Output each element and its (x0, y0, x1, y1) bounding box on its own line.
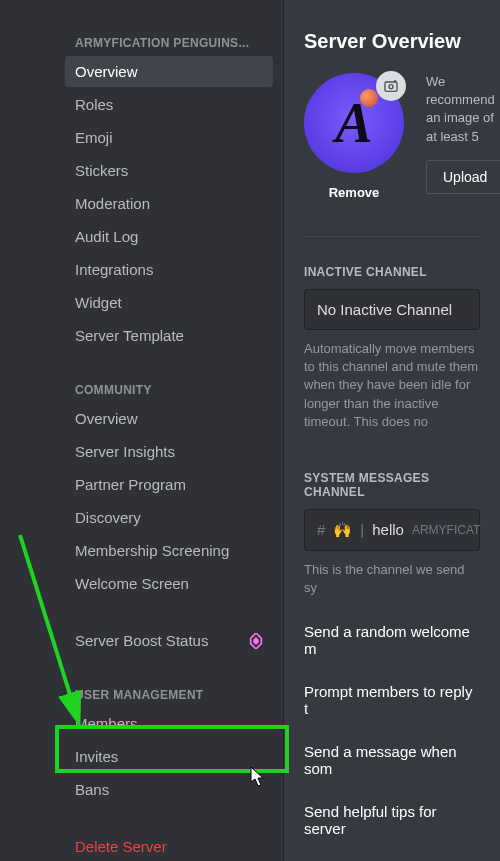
sidebar-item-emoji[interactable]: Emoji (65, 122, 273, 153)
sidebar-item-label: Discovery (75, 509, 141, 526)
server-list-gutter (0, 0, 55, 861)
settings-content: Server Overview A Remove We recommend an… (283, 0, 500, 861)
sidebar-item-label: Stickers (75, 162, 128, 179)
sidebar-item-welcome-screen[interactable]: Welcome Screen (65, 568, 273, 599)
sidebar-item-server-template[interactable]: Server Template (65, 320, 273, 351)
sidebar-item-label: Members (75, 715, 138, 732)
select-value: No Inactive Channel (317, 301, 452, 318)
inactive-channel-label: INACTIVE CHANNEL (304, 265, 480, 279)
upload-image-button[interactable]: Upload (426, 160, 500, 194)
section-divider (304, 236, 480, 237)
svg-point-1 (389, 85, 393, 89)
channel-name: hello (372, 521, 404, 538)
upload-image-icon[interactable] (376, 71, 406, 101)
sidebar-item-partner-program[interactable]: Partner Program (65, 469, 273, 500)
sidebar-item-members[interactable]: Members (65, 708, 273, 739)
sidebar-item-label: Moderation (75, 195, 150, 212)
sidebar-item-label: Roles (75, 96, 113, 113)
toggle-welcome-message[interactable]: Send a random welcome m (304, 617, 480, 677)
pipe-sep: | (360, 521, 364, 538)
settings-sidebar: ARMYFICATION PENGUINS... Overview Roles … (55, 0, 283, 861)
remove-avatar-link[interactable]: Remove (329, 185, 380, 200)
sidebar-item-label: Delete Server (75, 838, 167, 855)
sidebar-item-label: Membership Screening (75, 542, 229, 559)
sidebar-item-delete-server[interactable]: Delete Server (65, 831, 273, 861)
system-channel-desc: This is the channel we send sy (304, 561, 480, 597)
sidebar-item-roles[interactable]: Roles (65, 89, 273, 120)
sidebar-item-label: Overview (75, 63, 138, 80)
sidebar-item-boost-status[interactable]: Server Boost Status (65, 625, 273, 656)
sidebar-item-server-insights[interactable]: Server Insights (65, 436, 273, 467)
sidebar-item-label: Partner Program (75, 476, 186, 493)
sidebar-item-invites[interactable]: Invites (65, 741, 273, 772)
hash-icon: # (317, 521, 325, 538)
boost-gem-icon (249, 633, 263, 649)
sidebar-item-audit-log[interactable]: Audit Log (65, 221, 273, 252)
sidebar-item-label: Bans (75, 781, 109, 798)
sidebar-item-label: Emoji (75, 129, 113, 146)
sidebar-item-label: Integrations (75, 261, 153, 278)
svg-rect-0 (385, 82, 397, 91)
sidebar-item-membership-screening[interactable]: Membership Screening (65, 535, 273, 566)
inactive-channel-desc: Automatically move members to this chann… (304, 340, 480, 431)
sidebar-item-community-overview[interactable]: Overview (65, 403, 273, 434)
sidebar-item-label: Widget (75, 294, 122, 311)
toggle-reply-prompt[interactable]: Prompt members to reply t (304, 677, 480, 737)
user-mgmt-header: USER MANAGEMENT (65, 682, 273, 708)
community-header: COMMUNITY (65, 377, 273, 403)
inactive-channel-select[interactable]: No Inactive Channel (304, 289, 480, 330)
sidebar-item-overview[interactable]: Overview (65, 56, 273, 87)
sidebar-item-label: Audit Log (75, 228, 138, 245)
avatar-helper-text: We recommend an image of at least 5 (426, 73, 500, 146)
sidebar-item-label: Server Insights (75, 443, 175, 460)
sidebar-item-label: Server Boost Status (75, 632, 208, 649)
sidebar-item-integrations[interactable]: Integrations (65, 254, 273, 285)
channel-emoji: 🙌 (333, 521, 352, 539)
sidebar-item-label: Server Template (75, 327, 184, 344)
avatar-letter: A (335, 91, 372, 155)
channel-category: ARMYFICAT (412, 523, 480, 537)
sidebar-item-widget[interactable]: Widget (65, 287, 273, 318)
page-title: Server Overview (304, 30, 480, 53)
sidebar-item-bans[interactable]: Bans (65, 774, 273, 805)
sidebar-item-label: Welcome Screen (75, 575, 189, 592)
system-channel-select[interactable]: # 🙌 | hello ARMYFICAT (304, 509, 480, 551)
sidebar-item-moderation[interactable]: Moderation (65, 188, 273, 219)
server-name-header: ARMYFICATION PENGUINS... (65, 30, 273, 56)
toggle-boost-message[interactable]: Send a message when som (304, 737, 480, 797)
server-avatar[interactable]: A (304, 73, 404, 173)
sidebar-item-stickers[interactable]: Stickers (65, 155, 273, 186)
toggle-server-tips[interactable]: Send helpful tips for server (304, 797, 480, 857)
system-channel-label: SYSTEM MESSAGES CHANNEL (304, 471, 480, 499)
sidebar-item-label: Invites (75, 748, 118, 765)
sidebar-item-label: Overview (75, 410, 138, 427)
sidebar-item-discovery[interactable]: Discovery (65, 502, 273, 533)
